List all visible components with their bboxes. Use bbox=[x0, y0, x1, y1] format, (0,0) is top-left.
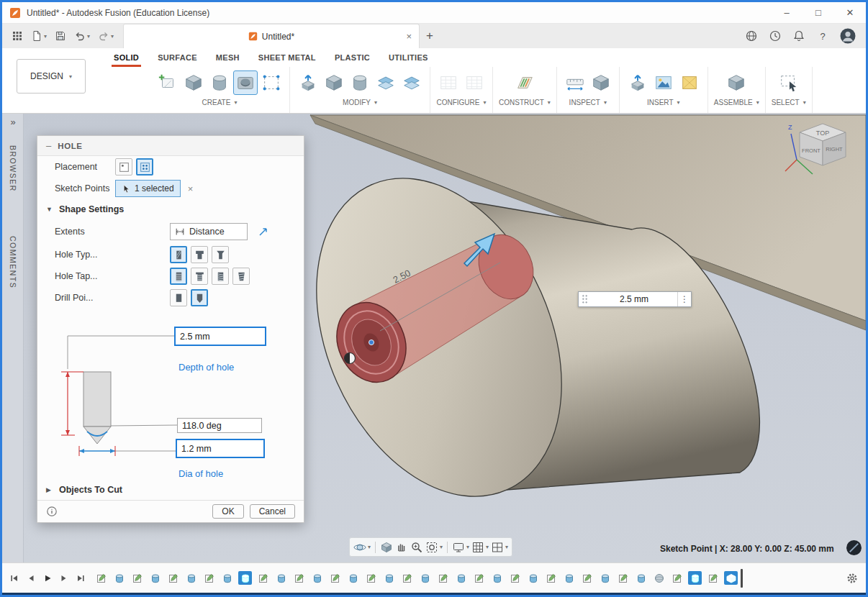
tool-insert-derive[interactable] bbox=[625, 70, 650, 95]
timeline-feature-25[interactable] bbox=[544, 571, 558, 585]
help-icon[interactable]: ? bbox=[816, 29, 829, 42]
tool-construction-plane[interactable] bbox=[512, 70, 537, 95]
fit-button[interactable]: ▾ bbox=[425, 541, 443, 554]
timeline-skip-end-button[interactable] bbox=[76, 573, 86, 583]
timeline-feature-34[interactable] bbox=[706, 571, 720, 585]
ribbon-group-dropdown-construct[interactable]: CONSTRUCT▾ bbox=[499, 99, 551, 106]
minimize-button[interactable]: – bbox=[771, 2, 803, 23]
ribbon-tab-mesh[interactable]: MESH bbox=[207, 48, 249, 67]
ribbon-tab-surface[interactable]: SURFACE bbox=[148, 48, 207, 67]
profile-icon[interactable] bbox=[840, 28, 856, 44]
timeline-feature-26[interactable] bbox=[562, 571, 576, 585]
qa-undo-button[interactable]: ▾ bbox=[72, 27, 92, 45]
timeline-feature-14[interactable] bbox=[346, 571, 360, 585]
tab-close-button[interactable]: × bbox=[406, 31, 412, 42]
tap-taper-tapped-button[interactable] bbox=[232, 268, 250, 285]
viewports-button[interactable]: ▾ bbox=[491, 541, 508, 554]
tool-configuration-table[interactable] bbox=[462, 70, 487, 95]
timeline-feature-0[interactable] bbox=[94, 571, 108, 585]
tool-create-sketch[interactable] bbox=[155, 70, 180, 95]
tool-extrude[interactable] bbox=[181, 70, 206, 95]
qa-app-menu-button[interactable] bbox=[9, 27, 25, 45]
expand-panel-button[interactable]: » bbox=[2, 117, 24, 127]
sketch-points-selection[interactable]: 1 selected bbox=[115, 180, 181, 197]
tool-section-analysis[interactable] bbox=[589, 70, 613, 95]
timeline-feature-7[interactable] bbox=[220, 571, 234, 585]
drag-grip[interactable] bbox=[582, 294, 588, 304]
ribbon-group-dropdown-select[interactable]: SELECT▾ bbox=[772, 99, 806, 106]
placement-sketch-points-button[interactable] bbox=[136, 158, 153, 176]
timeline-feature-2[interactable] bbox=[130, 571, 144, 585]
maximize-button[interactable]: □ bbox=[803, 2, 834, 23]
timeline-feature-21[interactable] bbox=[472, 571, 486, 585]
design-selector[interactable]: DESIGN ▾ bbox=[17, 59, 86, 94]
close-button[interactable]: ✕ bbox=[834, 2, 866, 23]
qa-redo-button[interactable]: ▾ bbox=[96, 27, 116, 45]
timeline-feature-23[interactable] bbox=[508, 571, 522, 585]
tool-pattern[interactable] bbox=[259, 70, 284, 95]
timeline-feature-15[interactable] bbox=[364, 571, 378, 585]
qa-file-button[interactable]: ▾ bbox=[29, 27, 49, 45]
tool-combine[interactable] bbox=[374, 70, 398, 95]
ribbon-group-dropdown-create[interactable]: CREATE▾ bbox=[202, 99, 238, 106]
orbit-button[interactable]: ▾ bbox=[353, 541, 371, 554]
tool-select[interactable] bbox=[777, 70, 801, 95]
timeline-feature-6[interactable] bbox=[202, 571, 216, 585]
timeline-feature-1[interactable] bbox=[112, 571, 126, 585]
dimension-input-box[interactable]: 2.5 mm ⋮ bbox=[578, 291, 692, 307]
info-icon[interactable] bbox=[46, 506, 58, 517]
timeline-feature-5[interactable] bbox=[184, 571, 198, 585]
timeline-step-forward-button[interactable] bbox=[59, 573, 69, 583]
diameter-input[interactable] bbox=[176, 439, 265, 458]
timeline-feature-8[interactable] bbox=[238, 571, 252, 585]
ok-button[interactable]: OK bbox=[212, 504, 243, 519]
timeline-play-button[interactable] bbox=[42, 573, 53, 583]
tap-tapped-button[interactable] bbox=[212, 268, 229, 285]
notifications-icon[interactable] bbox=[792, 29, 805, 42]
timeline-feature-30[interactable] bbox=[634, 571, 648, 585]
ribbon-tab-solid[interactable]: SOLID bbox=[104, 48, 148, 67]
timeline-feature-22[interactable] bbox=[490, 571, 504, 585]
drill-flat-button[interactable] bbox=[170, 289, 187, 306]
timeline-feature-17[interactable] bbox=[400, 571, 414, 585]
tool-measure[interactable] bbox=[563, 70, 587, 95]
timeline-feature-10[interactable] bbox=[274, 571, 288, 585]
timeline-settings-button[interactable] bbox=[846, 572, 859, 585]
shape-settings-section[interactable]: ▼ Shape Settings bbox=[37, 199, 304, 219]
ribbon-tab-utilities[interactable]: UTILITIES bbox=[379, 48, 438, 67]
timeline-feature-9[interactable] bbox=[256, 571, 270, 585]
ribbon-group-dropdown-insert[interactable]: INSERT▾ bbox=[647, 99, 680, 106]
ribbon-group-dropdown-modify[interactable]: MODIFY▾ bbox=[343, 99, 377, 106]
ribbon-group-dropdown-inspect[interactable]: INSPECT▾ bbox=[569, 99, 607, 106]
extents-dropdown[interactable]: Distance bbox=[170, 223, 248, 240]
tool-hole[interactable] bbox=[233, 70, 258, 95]
placement-face-button[interactable] bbox=[115, 158, 132, 176]
timeline-feature-35[interactable] bbox=[724, 571, 738, 585]
ribbon-group-dropdown-configure[interactable]: CONFIGURE▾ bbox=[436, 99, 486, 106]
dialog-header[interactable]: – HOLE bbox=[37, 136, 304, 156]
timeline-feature-3[interactable] bbox=[148, 571, 162, 585]
document-tab[interactable]: Untitled* × bbox=[123, 24, 420, 48]
drill-angle-button[interactable] bbox=[191, 289, 208, 306]
tool-fillet[interactable] bbox=[322, 70, 346, 95]
timeline-feature-31[interactable] bbox=[652, 571, 666, 585]
side-rail-tab-comments[interactable]: COMMENTS bbox=[9, 236, 17, 288]
timeline-feature-11[interactable] bbox=[292, 571, 306, 585]
timeline-feature-19[interactable] bbox=[436, 571, 450, 585]
look-at-button[interactable] bbox=[380, 541, 393, 554]
edge-manipulator[interactable] bbox=[345, 353, 356, 364]
measure-icon[interactable] bbox=[258, 226, 269, 237]
tool-configure[interactable] bbox=[436, 70, 461, 95]
holetype-countersink-button[interactable] bbox=[212, 246, 229, 263]
cancel-button[interactable]: Cancel bbox=[250, 504, 295, 519]
ribbon-tab-plastic[interactable]: PLASTIC bbox=[325, 48, 379, 67]
collapse-icon[interactable]: – bbox=[46, 140, 51, 151]
holetype-counterbore-button[interactable] bbox=[191, 246, 208, 263]
timeline-step-back-button[interactable] bbox=[26, 573, 36, 583]
tip-angle-input[interactable] bbox=[177, 418, 262, 433]
timeline-feature-18[interactable] bbox=[418, 571, 432, 585]
side-rail-tab-browser[interactable]: BROWSER bbox=[9, 145, 17, 192]
pan-button[interactable] bbox=[395, 541, 408, 554]
timeline-feature-27[interactable] bbox=[580, 571, 594, 585]
timeline-feature-28[interactable] bbox=[598, 571, 612, 585]
